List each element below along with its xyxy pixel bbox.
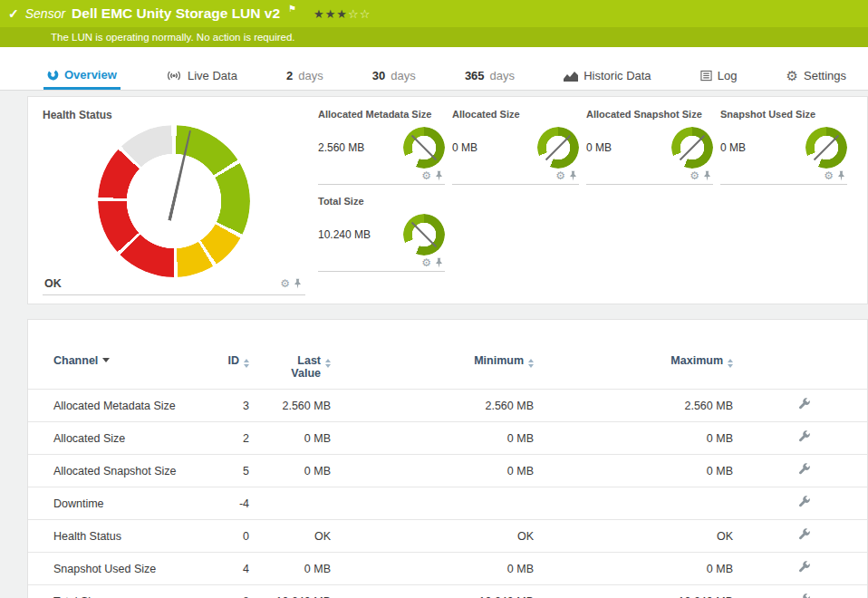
id-cell: 5 xyxy=(191,455,258,487)
tab-label: days xyxy=(298,69,323,82)
health-status-gauge xyxy=(98,125,250,277)
sort-icon xyxy=(325,359,331,368)
channel-settings-wrench-icon[interactable] xyxy=(798,593,811,598)
mini-gauge xyxy=(671,127,713,169)
pin-icon[interactable] xyxy=(294,278,302,289)
gauge-label: Allocated Size xyxy=(452,109,579,120)
tab-overview[interactable]: Overview xyxy=(43,62,121,90)
channel-cell: Total Size xyxy=(28,585,191,598)
column-label: ID xyxy=(228,354,240,367)
tab-label: Historic Data xyxy=(583,69,651,82)
minimum-cell: 2.560 MB xyxy=(340,390,543,422)
column-header-last-value[interactable]: Last Value xyxy=(258,351,340,390)
channel-cell: Allocated Metadata Size xyxy=(28,390,191,422)
overview-donut-icon xyxy=(47,69,59,81)
tab-label: days xyxy=(391,69,415,82)
last-value-cell: 0 MB xyxy=(258,422,340,455)
tab-bar: Overview Live Data 2 days 30 days 365 da… xyxy=(0,47,868,91)
maximum-cell: 2.560 MB xyxy=(543,390,742,422)
channel-settings-wrench-icon[interactable] xyxy=(798,528,811,541)
channel-settings-wrench-icon[interactable] xyxy=(798,561,811,574)
tab-365-days[interactable]: 365 days xyxy=(461,62,518,90)
maximum-cell: 10.240 MB xyxy=(543,585,742,598)
live-data-broadcast-icon xyxy=(166,70,182,82)
table-row: Total Size 8 10.240 MB 10.240 MB 10.240 … xyxy=(28,585,867,598)
gauge-label: Allocated Metadata Size xyxy=(318,109,445,120)
tab-label: days xyxy=(490,69,515,82)
tab-label: Settings xyxy=(804,69,846,82)
tab-30-days[interactable]: 30 days xyxy=(369,62,420,90)
sensor-title: Dell EMC Unity Storage LUN v2 xyxy=(72,5,280,22)
id-cell: 4 xyxy=(191,553,258,585)
column-label: Last Value xyxy=(283,354,321,380)
stars-empty[interactable]: ☆☆ xyxy=(348,7,371,21)
gauge-tile: Allocated Metadata Size 2.560 MB ⚙ xyxy=(318,109,445,185)
health-status-value: OK xyxy=(44,277,62,290)
channel-settings-wrench-icon[interactable] xyxy=(798,398,811,410)
tab-historic-data[interactable]: Historic Data xyxy=(560,62,654,90)
table-row: Allocated Size 2 0 MB 0 MB 0 MB xyxy=(28,422,867,455)
pin-icon[interactable] xyxy=(703,170,711,181)
pin-icon[interactable] xyxy=(435,257,443,268)
tab-day-count: 30 xyxy=(372,69,385,82)
column-header-channel[interactable]: Channel xyxy=(28,351,191,390)
column-header-id[interactable]: ID xyxy=(191,351,258,390)
id-cell: 3 xyxy=(191,390,258,422)
gauge-tile: Allocated Size 0 MB ⚙ xyxy=(452,109,579,185)
pin-icon[interactable] xyxy=(837,170,845,181)
channel-cell: Allocated Snapshot Size xyxy=(28,455,191,487)
tab-2-days[interactable]: 2 days xyxy=(283,62,327,90)
maximum-cell: 0 MB xyxy=(543,455,742,487)
minimum-cell: 0 MB xyxy=(340,455,543,487)
id-cell: 8 xyxy=(191,585,258,598)
tab-live-data[interactable]: Live Data xyxy=(162,62,241,90)
column-header-maximum[interactable]: Maximum xyxy=(543,351,742,390)
last-value-cell: OK xyxy=(258,520,340,553)
id-cell: -4 xyxy=(191,487,258,520)
channel-settings-wrench-icon[interactable] xyxy=(798,463,811,476)
channel-cell: Allocated Size xyxy=(28,422,191,455)
column-header-actions xyxy=(742,351,867,390)
gear-icon[interactable]: ⚙ xyxy=(280,278,290,289)
gear-icon[interactable]: ⚙ xyxy=(421,170,431,181)
gauge-tile: Total Size 10.240 MB ⚙ xyxy=(318,196,445,272)
gauge-tile: Snapshot Used Size 0 MB ⚙ xyxy=(720,109,847,185)
sort-desc-icon xyxy=(102,358,110,362)
column-header-minimum[interactable]: Minimum xyxy=(340,351,543,390)
pin-icon[interactable] xyxy=(569,170,577,181)
channels-panel: Channel ID Last Value Minimum Maximum Al… xyxy=(27,319,868,598)
last-value-cell xyxy=(258,487,340,520)
flag-icon[interactable]: ⚑ xyxy=(288,4,296,14)
gear-icon[interactable]: ⚙ xyxy=(690,170,699,181)
last-value-cell: 10.240 MB xyxy=(258,585,340,598)
gauge-label: Total Size xyxy=(318,196,445,207)
gear-icon[interactable]: ⚙ xyxy=(421,257,431,268)
minimum-cell: 10.240 MB xyxy=(340,585,543,598)
historic-data-chart-icon xyxy=(564,71,578,82)
tab-label: Overview xyxy=(64,68,117,82)
gauge-value: 10.240 MB xyxy=(318,228,403,241)
table-row: Downtime -4 xyxy=(28,487,867,520)
channel-cell: Downtime xyxy=(28,487,191,520)
last-value-cell: 0 MB xyxy=(258,455,340,487)
id-cell: 2 xyxy=(191,422,258,455)
tab-settings[interactable]: ⚙ Settings xyxy=(783,62,850,90)
table-row: Health Status 0 OK OK OK xyxy=(28,520,867,553)
gauge-label: Snapshot Used Size xyxy=(720,109,847,120)
gauge-value: 0 MB xyxy=(452,141,537,154)
stars-filled[interactable]: ★★★ xyxy=(313,7,348,21)
column-label: Maximum xyxy=(670,354,723,367)
tab-log[interactable]: Log xyxy=(697,62,741,90)
tab-label: Log xyxy=(718,69,738,82)
channels-table: Channel ID Last Value Minimum Maximum Al… xyxy=(28,351,867,598)
maximum-cell: OK xyxy=(543,520,742,553)
gear-icon[interactable]: ⚙ xyxy=(824,170,834,181)
table-row: Snapshot Used Size 4 0 MB 0 MB 0 MB xyxy=(28,553,867,585)
channel-settings-wrench-icon[interactable] xyxy=(798,496,811,508)
priority-stars[interactable]: ★★★☆☆ xyxy=(313,7,371,21)
pin-icon[interactable] xyxy=(435,170,443,181)
gear-icon[interactable]: ⚙ xyxy=(555,170,565,181)
gauge-value: 0 MB xyxy=(720,141,805,154)
sensor-status-message: The LUN is operating normally. No action… xyxy=(51,32,295,43)
channel-settings-wrench-icon[interactable] xyxy=(798,430,811,443)
